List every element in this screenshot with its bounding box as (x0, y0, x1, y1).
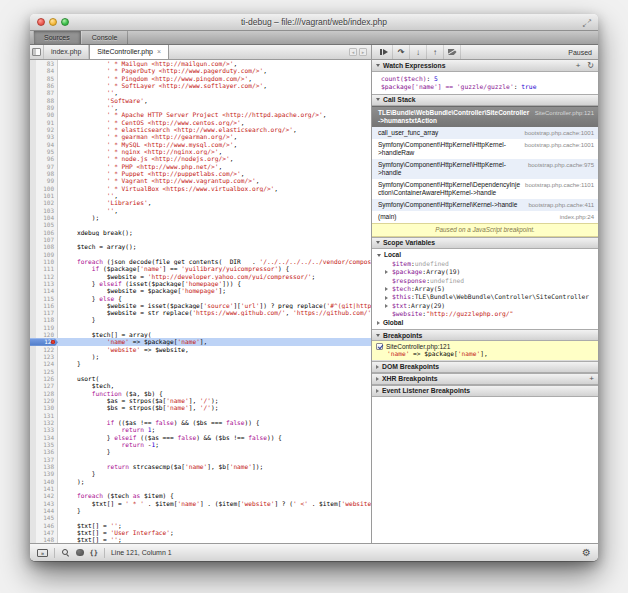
line-number[interactable]: 94 (30, 141, 58, 148)
close-tab-icon[interactable]: × (157, 45, 161, 59)
line-number[interactable]: 145 (30, 514, 58, 521)
code-text[interactable]: ); (58, 478, 371, 485)
code-text[interactable]: function ($a, $b) { (58, 390, 371, 397)
code-text[interactable]: ' * Apache HTTP Server Project <http://h… (58, 111, 371, 118)
line-number[interactable]: 102 (30, 199, 58, 206)
minimize-window-button[interactable] (49, 18, 57, 26)
watch-expressions-header[interactable]: Watch Expressions + ↻ (372, 60, 598, 72)
scope-group-local[interactable]: Local (372, 251, 598, 259)
code-text[interactable]: ); (58, 353, 371, 360)
line-number[interactable]: 88 (30, 97, 58, 104)
line-number[interactable]: 97 (30, 163, 58, 170)
code-editor[interactable]: 83 ' * Mailgun <http://mailgun.com/>',84… (30, 60, 372, 543)
code-text[interactable]: $txt[] = 'User Interface'; (58, 529, 371, 536)
line-number[interactable]: 134 (30, 434, 58, 441)
stack-frame[interactable]: bootstrap.php.cache:1001call_user_func_a… (372, 127, 598, 139)
line-number[interactable]: 95 (30, 148, 58, 155)
line-number[interactable]: 109 (30, 251, 58, 258)
line-number[interactable]: 144 (30, 507, 58, 514)
code-text[interactable] (58, 456, 371, 463)
line-number[interactable]: 140 (30, 478, 58, 485)
code-text[interactable] (58, 514, 371, 521)
line-number[interactable]: 105 (30, 221, 58, 228)
line-number[interactable]: 101 (30, 192, 58, 199)
code-text[interactable]: ' * nginx <http://nginx.org/>', (58, 148, 371, 155)
line-number[interactable]: 131 (30, 412, 58, 419)
line-number[interactable]: 136 (30, 448, 58, 455)
code-text[interactable]: '', (58, 207, 371, 214)
code-text[interactable]: $website = $package['homepage']; (58, 287, 371, 294)
code-text[interactable]: usort( (58, 375, 371, 382)
code-text[interactable] (58, 368, 371, 375)
code-text[interactable]: $website = str_replace('https://www.gith… (58, 309, 371, 316)
stack-frame[interactable]: index.php:24(main) (372, 211, 598, 223)
expand-icon[interactable] (385, 270, 392, 274)
add-xhr-breakpoint-icon[interactable]: + (589, 375, 594, 383)
file-tab-index.php[interactable]: index.php (44, 45, 89, 59)
line-number[interactable]: 148 (30, 536, 58, 543)
code-text[interactable]: ' * Pingdom <http://www.pingdom.com/>', (58, 75, 371, 82)
code-text[interactable]: ' * SoftLayer <http://www.softlayer.com/… (58, 82, 371, 89)
stack-frame[interactable]: bootstrap.php.cache:1101Symfony\Componen… (372, 179, 598, 199)
code-text[interactable]: if ($package['name'] == 'yuilibrary/yuic… (58, 265, 371, 272)
execution-pointer[interactable]: 121 (30, 338, 58, 345)
line-number[interactable]: 86 (30, 82, 58, 89)
code-text[interactable]: $tech[] = array( (58, 331, 371, 338)
line-number[interactable]: 126 (30, 375, 58, 382)
code-text[interactable]: ' * Mailgun <http://mailgun.com/>', (58, 60, 371, 67)
stack-frame[interactable]: bootstrap.php.cache:1001Symfony\Componen… (372, 139, 598, 159)
call-stack-header[interactable]: Call Stack (372, 94, 598, 106)
next-tab-icon[interactable]: ▸ (359, 48, 367, 56)
console-toggle-icon[interactable]: » (37, 549, 48, 557)
code-text[interactable]: } elseif (isset($package['homepage'])) { (58, 280, 371, 287)
code-text[interactable]: ); (58, 214, 371, 221)
code-text[interactable]: '', (58, 104, 371, 111)
line-number[interactable]: 133 (30, 426, 58, 433)
code-text[interactable] (58, 412, 371, 419)
scope-variable-row[interactable]: $tech: Array(5) (372, 285, 598, 293)
code-text[interactable]: ' * node.js <http://nodejs.org/>', (58, 155, 371, 162)
line-number[interactable]: 120 (30, 331, 58, 338)
code-text[interactable]: ' * MySQL <http://www.mysql.com/>', (58, 141, 371, 148)
line-number[interactable]: 83 (30, 60, 58, 67)
code-text[interactable]: 'name' => $package['name'], (58, 338, 371, 345)
breakpoint-dot[interactable] (51, 340, 55, 344)
code-text[interactable] (58, 324, 371, 331)
gear-icon[interactable]: ⚙ (582, 548, 591, 558)
add-watch-icon[interactable]: + (576, 62, 581, 70)
code-text[interactable]: ' * Vagrant <http://www.vagrantup.com/>'… (58, 177, 371, 184)
code-text[interactable] (58, 221, 371, 228)
line-number[interactable]: 138 (30, 463, 58, 470)
line-number[interactable]: 118 (30, 316, 58, 323)
breakpoint-item[interactable]: SiteController.php:121'name' => $package… (372, 341, 598, 361)
code-text[interactable]: $tech, (58, 382, 371, 389)
line-number[interactable]: 106 (30, 229, 58, 236)
line-number[interactable]: 107 (30, 236, 58, 243)
line-number[interactable]: 116 (30, 302, 58, 309)
line-number[interactable]: 146 (30, 522, 58, 529)
expand-icon[interactable] (385, 304, 392, 308)
code-text[interactable]: } (58, 448, 371, 455)
line-number[interactable]: 91 (30, 119, 58, 126)
zoom-window-button[interactable] (61, 18, 69, 26)
line-number[interactable]: 130 (30, 404, 58, 411)
line-number[interactable]: 143 (30, 500, 58, 507)
breakpoints-header[interactable]: Breakpoints (372, 329, 598, 341)
show-navigator-button[interactable] (30, 45, 44, 59)
code-text[interactable]: '', (58, 89, 371, 96)
deactivate-breakpoints-button[interactable] (444, 45, 461, 59)
resume-button[interactable] (376, 45, 393, 59)
step-over-button[interactable]: ↷ (393, 45, 410, 59)
line-number[interactable]: 110 (30, 258, 58, 265)
expand-icon[interactable] (385, 296, 392, 300)
scope-variable-row[interactable]: $item: undefined (372, 260, 598, 268)
scope-variables-header[interactable]: Scope Variables (372, 237, 598, 249)
toolbar-tab-sources[interactable]: Sources (33, 31, 81, 44)
step-out-button[interactable]: ↑ (427, 45, 444, 59)
line-number[interactable]: 89 (30, 104, 58, 111)
line-number[interactable]: 96 (30, 155, 58, 162)
line-number[interactable]: 117 (30, 309, 58, 316)
line-number[interactable]: 112 (30, 273, 58, 280)
line-number[interactable]: 125 (30, 368, 58, 375)
code-text[interactable]: $website = isset($package['source']['url… (58, 302, 371, 309)
